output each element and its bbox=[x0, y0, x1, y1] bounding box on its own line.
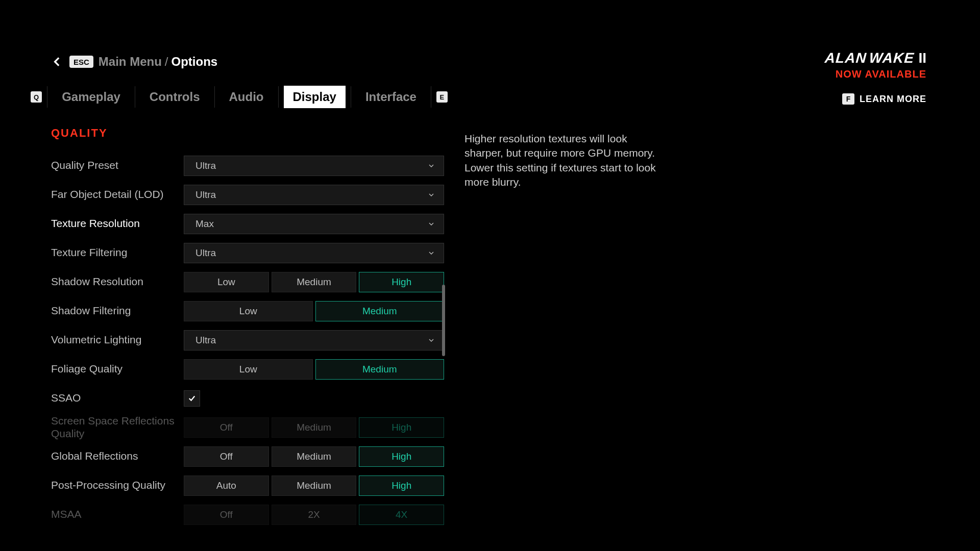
promo-tagline: NOW AVAILABLE bbox=[825, 68, 926, 80]
breadcrumb-separator: / bbox=[165, 55, 168, 69]
tab-next-key: E bbox=[436, 91, 448, 103]
back-arrow-icon[interactable] bbox=[51, 55, 64, 68]
shadow-filtering-option-low[interactable]: Low bbox=[184, 301, 313, 321]
option-label: Texture Filtering bbox=[51, 246, 184, 259]
chevron-down-icon bbox=[427, 162, 435, 170]
option-label: Far Object Detail (LOD) bbox=[51, 188, 184, 201]
chevron-down-icon bbox=[427, 220, 435, 228]
chevron-down-icon bbox=[427, 191, 435, 199]
ssr-quality-option-medium[interactable]: Medium bbox=[272, 417, 357, 438]
chevron-down-icon bbox=[427, 249, 435, 257]
option-row-ssr-quality: Screen Space Reflections QualityOffMediu… bbox=[51, 413, 444, 442]
tab-display[interactable]: Display bbox=[284, 86, 346, 108]
option-row-shadow-resolution: Shadow ResolutionLowMediumHigh bbox=[51, 267, 444, 296]
f-key-badge: F bbox=[842, 93, 854, 105]
breadcrumb-current: Options bbox=[172, 55, 218, 69]
option-row-texture-resolution: Texture ResolutionMax bbox=[51, 209, 444, 238]
tab-gameplay[interactable]: Gameplay bbox=[53, 86, 130, 108]
shadow-resolution-option-high[interactable]: High bbox=[359, 272, 444, 292]
texture-filtering-dropdown[interactable]: Ultra bbox=[184, 243, 444, 263]
option-label: Texture Resolution bbox=[51, 217, 184, 230]
msaa-option-2x[interactable]: 2X bbox=[272, 505, 357, 525]
help-text: Higher resolution textures will look sha… bbox=[464, 132, 669, 189]
esc-key-badge: ESC bbox=[69, 56, 93, 68]
global-reflections-option-medium[interactable]: Medium bbox=[272, 446, 357, 467]
option-label: SSAO bbox=[51, 392, 184, 404]
option-label: Post-Processing Quality bbox=[51, 479, 184, 491]
option-row-global-reflections: Global ReflectionsOffMediumHigh bbox=[51, 442, 444, 471]
breadcrumb: ESC Main Menu / Options bbox=[51, 55, 217, 69]
section-title: QUALITY bbox=[51, 127, 444, 140]
option-row-volumetric-lighting: Volumetric LightingUltra bbox=[51, 325, 444, 355]
msaa-option-4x[interactable]: 4X bbox=[359, 505, 444, 525]
breadcrumb-main-menu[interactable]: Main Menu bbox=[99, 55, 162, 69]
ssao-checkbox[interactable] bbox=[184, 390, 200, 407]
options-list: Quality PresetUltraFar Object Detail (LO… bbox=[51, 151, 444, 529]
shadow-filtering-option-medium[interactable]: Medium bbox=[315, 301, 445, 321]
option-row-msaa: MSAAOff2X4X bbox=[51, 500, 444, 529]
quality-preset-dropdown[interactable]: Ultra bbox=[184, 156, 444, 176]
game-logo: ALAN WAKE II bbox=[825, 50, 926, 66]
option-row-shadow-filtering: Shadow FilteringLowMedium bbox=[51, 296, 444, 325]
option-label: Global Reflections bbox=[51, 450, 184, 462]
tab-prev-key: Q bbox=[31, 91, 42, 103]
option-label: Quality Preset bbox=[51, 159, 184, 171]
option-label: Volumetric Lighting bbox=[51, 334, 184, 346]
option-label: Shadow Filtering bbox=[51, 305, 184, 317]
foliage-quality-option-medium[interactable]: Medium bbox=[315, 359, 445, 380]
foliage-quality-option-low[interactable]: Low bbox=[184, 359, 313, 380]
volumetric-lighting-dropdown[interactable]: Ultra bbox=[184, 330, 444, 350]
shadow-resolution-option-medium[interactable]: Medium bbox=[272, 272, 357, 292]
texture-resolution-dropdown[interactable]: Max bbox=[184, 214, 444, 234]
option-label: MSAA bbox=[51, 508, 184, 520]
option-label: Screen Space Reflections Quality bbox=[51, 415, 184, 439]
option-row-lod: Far Object Detail (LOD)Ultra bbox=[51, 180, 444, 209]
ssr-quality-option-off[interactable]: Off bbox=[184, 417, 269, 438]
scrollbar-thumb[interactable] bbox=[442, 285, 445, 356]
option-row-quality-preset: Quality PresetUltra bbox=[51, 151, 444, 180]
tab-controls[interactable]: Controls bbox=[140, 86, 209, 108]
ssr-quality-option-high[interactable]: High bbox=[359, 417, 444, 438]
global-reflections-option-off[interactable]: Off bbox=[184, 446, 269, 467]
shadow-resolution-option-low[interactable]: Low bbox=[184, 272, 269, 292]
tab-bar: QGameplayControlsAudioDisplayInterfaceE bbox=[31, 86, 448, 108]
learn-more-button[interactable]: F LEARN MORE bbox=[825, 93, 926, 105]
settings-panel: QUALITY Quality PresetUltraFar Object De… bbox=[51, 127, 444, 541]
option-row-foliage-quality: Foliage QualityLowMedium bbox=[51, 355, 444, 384]
option-row-ssao: SSAO bbox=[51, 384, 444, 413]
option-label: Shadow Resolution bbox=[51, 276, 184, 288]
post-processing-option-medium[interactable]: Medium bbox=[272, 475, 357, 496]
global-reflections-option-high[interactable]: High bbox=[359, 446, 444, 467]
post-processing-option-high[interactable]: High bbox=[359, 475, 444, 496]
scrollbar[interactable] bbox=[442, 132, 445, 504]
option-label: Foliage Quality bbox=[51, 363, 184, 375]
lod-dropdown[interactable]: Ultra bbox=[184, 185, 444, 205]
chevron-down-icon bbox=[427, 336, 435, 344]
tab-audio[interactable]: Audio bbox=[220, 86, 273, 108]
tab-interface[interactable]: Interface bbox=[356, 86, 426, 108]
post-processing-option-auto[interactable]: Auto bbox=[184, 475, 269, 496]
option-row-texture-filtering: Texture FilteringUltra bbox=[51, 238, 444, 267]
option-row-post-processing: Post-Processing QualityAutoMediumHigh bbox=[51, 471, 444, 500]
msaa-option-off[interactable]: Off bbox=[184, 505, 269, 525]
promo-block: ALAN WAKE II NOW AVAILABLE F LEARN MORE bbox=[825, 50, 926, 105]
